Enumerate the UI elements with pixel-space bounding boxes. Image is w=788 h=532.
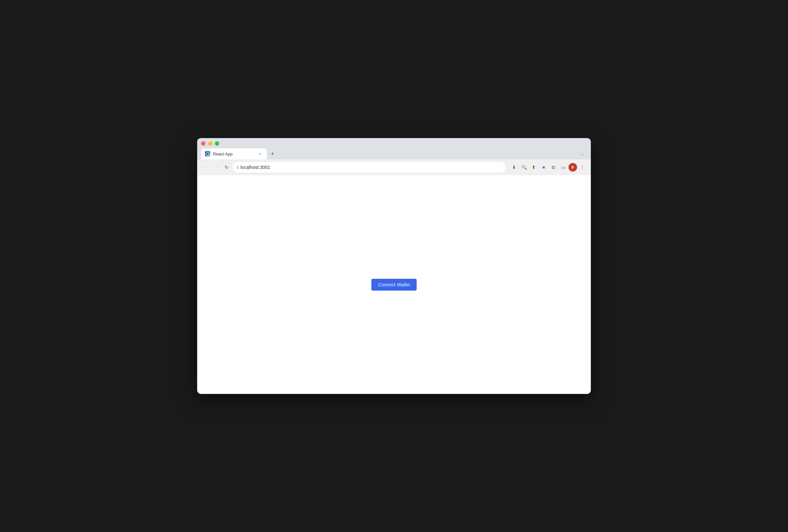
chrome-titlebar: React App × + ⌄: [197, 138, 591, 159]
tab-favicon-icon: [205, 151, 210, 156]
minimize-traffic-light[interactable]: [208, 141, 212, 145]
reader-mode-icon: ▭: [561, 165, 566, 170]
tab-title: React App: [213, 152, 255, 156]
url-text: localhost:3001: [240, 165, 501, 170]
back-button[interactable]: ←: [201, 163, 210, 172]
profile-avatar[interactable]: F: [569, 163, 577, 172]
tab-close-button[interactable]: ×: [258, 151, 263, 156]
close-traffic-light[interactable]: [201, 141, 205, 145]
download-icon: ⬇: [512, 165, 516, 170]
extensions-icon: ⧉: [552, 165, 555, 170]
maximize-traffic-light[interactable]: [215, 141, 219, 145]
connect-wallet-button[interactable]: Connect Wallet: [371, 279, 416, 291]
tab-dropdown-button[interactable]: ⌄: [578, 149, 587, 158]
traffic-lights: [201, 141, 587, 145]
reload-button[interactable]: ↻: [222, 163, 231, 172]
more-options-button[interactable]: ⋮: [578, 163, 587, 172]
search-button[interactable]: 🔍: [519, 163, 529, 172]
forward-button[interactable]: →: [212, 163, 221, 172]
reader-mode-button[interactable]: ▭: [559, 163, 568, 172]
search-icon: 🔍: [521, 165, 527, 170]
more-options-icon: ⋮: [580, 165, 585, 170]
address-bar[interactable]: ℹ localhost:3001: [233, 162, 506, 173]
share-icon: ⬆: [532, 165, 536, 170]
reload-icon: ↻: [225, 165, 229, 170]
star-icon: ★: [541, 165, 546, 170]
tab-bar: React App × + ⌄: [201, 148, 587, 159]
toolbar-icons: ⬇ 🔍 ⬆ ★ ⧉ ▭ F ⋮: [510, 163, 587, 172]
share-button[interactable]: ⬆: [529, 163, 538, 172]
active-tab[interactable]: React App ×: [201, 148, 267, 159]
profile-letter: F: [571, 165, 574, 170]
new-tab-button[interactable]: +: [268, 149, 277, 158]
extensions-button[interactable]: ⧉: [549, 163, 558, 172]
address-bar-row: ← → ↻ ℹ localhost:3001 ⬇ 🔍 ⬆ ★: [197, 159, 591, 175]
bookmark-button[interactable]: ★: [539, 163, 548, 172]
back-icon: ←: [203, 165, 208, 170]
page-content: Connect Wallet: [197, 175, 591, 394]
security-icon: ℹ: [237, 165, 238, 170]
forward-icon: →: [214, 165, 218, 170]
browser-window: React App × + ⌄ ← → ↻ ℹ localhost:3001 ⬇…: [197, 138, 591, 394]
download-button[interactable]: ⬇: [510, 163, 519, 172]
